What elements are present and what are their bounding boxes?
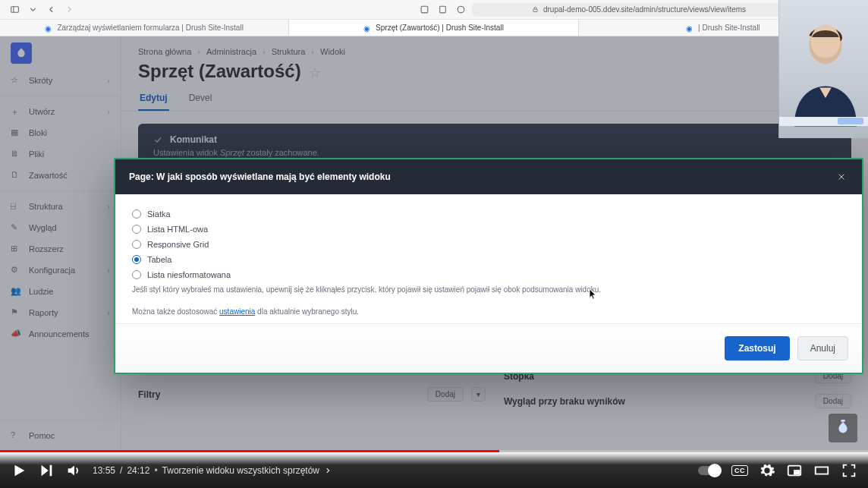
drupal-favicon-icon: ◉	[363, 24, 371, 32]
chevron-right-icon	[324, 467, 332, 474]
sidebar-toggle-icon[interactable]	[8, 4, 21, 16]
modal-close-button[interactable]	[835, 170, 848, 184]
format-radio-option[interactable]: Responsive Grid	[132, 237, 845, 252]
format-radio-option[interactable]: Lista niesformatowana	[132, 267, 845, 282]
presenter-webcam	[778, 0, 868, 138]
presenter-silhouette	[787, 14, 861, 128]
svg-rect-15	[794, 471, 799, 474]
radio-icon	[132, 255, 141, 264]
format-modal: Page: W jaki sposób wyświetlane mają być…	[114, 158, 863, 374]
webcam-logo	[838, 118, 863, 124]
svg-point-4	[458, 6, 464, 13]
nav-forward-icon[interactable]	[62, 4, 76, 16]
radio-label: Siatka	[147, 209, 171, 219]
svg-rect-16	[816, 467, 829, 474]
fullscreen-button[interactable]	[841, 462, 857, 479]
nav-back-icon[interactable]	[44, 4, 58, 16]
svg-rect-13	[841, 420, 845, 422]
browser-toolbar: drupal-demo-005.ddev.site/admin/structur…	[0, 0, 868, 20]
address-text: drupal-demo-005.ddev.site/admin/structur…	[543, 5, 746, 14]
reader-icon[interactable]	[436, 4, 449, 16]
modal-title: Page: W jaki sposób wyświetlane mają być…	[129, 172, 391, 182]
modal-customize-text: Można także dostosować ustawienia dla ak…	[132, 307, 845, 316]
radio-label: Responsive Grid	[147, 240, 209, 249]
play-button[interactable]	[11, 462, 27, 479]
svg-point-12	[810, 25, 840, 58]
gear-icon	[759, 462, 775, 479]
lock-icon	[532, 6, 539, 13]
browser-tab-1[interactable]: ◉Zarządzaj wyświetlaniem formularza | Dr…	[0, 20, 289, 36]
svg-rect-0	[11, 7, 18, 13]
settings-button[interactable]	[759, 462, 775, 479]
radio-icon	[132, 209, 141, 219]
modal-help-text: Jeśli styl który wybrałeś ma ustawienia,…	[132, 285, 845, 294]
miniplayer-button[interactable]	[786, 462, 803, 479]
extensions-icon[interactable]	[454, 4, 467, 16]
theater-button[interactable]	[813, 462, 830, 479]
captions-button[interactable]: CC	[731, 465, 748, 476]
radio-label: Lista niesformatowana	[147, 270, 231, 279]
radio-icon	[132, 270, 141, 279]
cancel-button[interactable]: Anuluj	[797, 336, 848, 360]
address-bar[interactable]: drupal-demo-005.ddev.site/admin/structur…	[472, 3, 806, 17]
drupal-favicon-icon: ◉	[686, 24, 693, 32]
close-icon	[837, 172, 846, 181]
browser-tabstrip: ◉Zarządzaj wyświetlaniem formularza | Dr…	[0, 20, 868, 36]
drupal-favicon-icon: ◉	[45, 24, 52, 32]
shield-icon[interactable]	[417, 4, 431, 16]
format-radio-option[interactable]: Siatka	[132, 206, 845, 222]
video-player-bar: 13:55 / 24:12 • Tworzenie widoku wszystk…	[0, 452, 868, 488]
radio-icon	[132, 225, 141, 234]
mouse-cursor-icon	[589, 288, 597, 301]
svg-rect-3	[439, 6, 445, 13]
radio-icon	[132, 240, 141, 249]
radio-label: Tabela	[147, 255, 171, 264]
autoplay-toggle[interactable]	[698, 466, 721, 475]
format-radio-option[interactable]: Tabela	[132, 252, 845, 267]
next-button[interactable]	[38, 462, 55, 479]
radio-label: Lista HTML-owa	[147, 225, 208, 234]
format-radio-option[interactable]: Lista HTML-owa	[132, 222, 845, 237]
volume-button[interactable]	[65, 462, 82, 479]
chapter-title[interactable]: Tworzenie widoku wszystkich sprzętów	[162, 465, 319, 476]
svg-rect-5	[533, 9, 537, 11]
svg-rect-2	[421, 6, 428, 13]
settings-link[interactable]: ustawienia	[219, 307, 255, 316]
chevron-down-icon[interactable]	[26, 4, 39, 16]
channel-watermark-icon[interactable]	[829, 414, 857, 442]
video-time: 13:55 / 24:12 • Tworzenie widoku wszystk…	[93, 465, 332, 476]
apply-button[interactable]: Zastosuj	[725, 336, 789, 360]
browser-tab-2[interactable]: ◉Sprzęt (Zawartość) | Drush Site-Install	[289, 20, 578, 36]
